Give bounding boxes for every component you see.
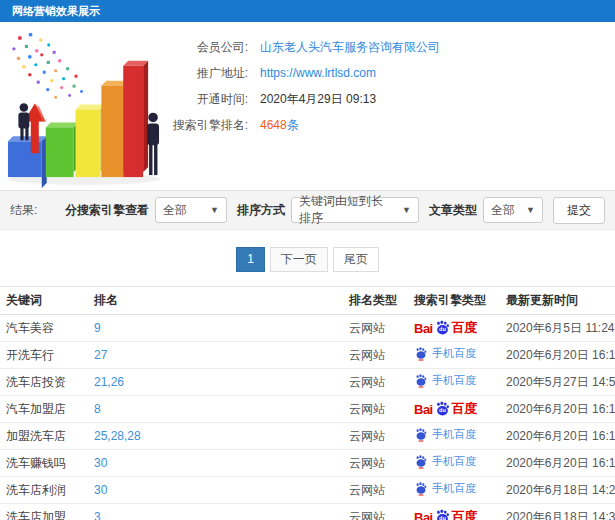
keyword-cell: 开洗车行 <box>0 347 88 364</box>
keyword-cell: 加盟洗车店 <box>0 428 88 445</box>
col-header-engine-type: 搜索引擎类型 <box>408 292 500 309</box>
rank-cell[interactable]: 30 <box>88 483 343 497</box>
updated-cell: 2020年6月20日 16:12 <box>500 401 615 418</box>
table-row: 洗车赚钱吗30云网站手机百度2020年6月20日 16:12 <box>0 450 615 477</box>
article-type-select[interactable]: 全部 ▼ <box>483 197 543 223</box>
engine-cell: Baidu百度 <box>408 400 500 418</box>
last-page-button[interactable]: 尾页 <box>333 247 379 272</box>
result-label: 结果: <box>10 202 37 219</box>
company-info-list: 会员公司:山东老人头汽车服务咨询有限公司推广地址:https://www.lrt… <box>160 34 610 138</box>
table-row: 加盟洗车店25,28,28云网站手机百度2020年6月20日 16:11 <box>0 423 615 450</box>
baidu-paw-icon <box>414 347 428 361</box>
member-company-value[interactable]: 山东老人头汽车服务咨询有限公司 <box>260 39 440 56</box>
baidu-paw-icon <box>414 374 428 388</box>
baidu-latin-text: Bai <box>414 402 433 417</box>
promo-url-label: 推广地址: <box>160 65 248 82</box>
filter-bar: 结果: 分搜索引擎查看 全部 ▼ 排序方式 关键词由短到长排序 ▼ 文章类型 全… <box>0 190 615 230</box>
mobile-baidu-logo: 手机百度 <box>414 454 476 469</box>
updated-cell: 2020年6月18日 14:30 <box>500 509 615 520</box>
baidu-paw-icon: du <box>434 509 451 520</box>
table-row: 汽车加盟店8云网站Baidu百度2020年6月20日 16:12 <box>0 396 615 423</box>
rank-cell[interactable]: 8 <box>88 402 343 416</box>
rank-type-cell: 云网站 <box>343 347 408 364</box>
open-time-label: 开通时间: <box>160 91 248 108</box>
mobile-baidu-text: 手机百度 <box>432 481 476 496</box>
rank-cell[interactable]: 25,28,28 <box>88 429 343 443</box>
businessman-right <box>147 113 159 175</box>
keyword-cell: 洗车店利润 <box>0 482 88 499</box>
engine-ranking-label: 搜索引擎排名: <box>160 117 248 134</box>
results-table: 关键词 排名 排名类型 搜索引擎类型 最新更新时间 汽车美容9云网站Baidu百… <box>0 286 615 520</box>
keyword-cell: 洗车店投资 <box>0 374 88 391</box>
baidu-cn-text: 百度 <box>452 319 477 337</box>
next-page-button[interactable]: 下一页 <box>270 247 328 272</box>
baidu-paw-icon <box>414 455 428 469</box>
col-header-keyword: 关键词 <box>0 292 88 309</box>
baidu-paw-icon: du <box>434 401 451 418</box>
sort-select[interactable]: 关键词由短到长排序 ▼ <box>291 197 419 223</box>
keyword-cell: 汽车加盟店 <box>0 401 88 418</box>
member-company-label: 会员公司: <box>160 39 248 56</box>
submit-button[interactable]: 提交 <box>553 197 605 224</box>
chevron-down-icon: ▼ <box>526 205 535 215</box>
table-row: 洗车店投资21,26云网站手机百度2020年5月27日 14:58 <box>0 369 615 396</box>
updated-cell: 2020年6月5日 11:24 <box>500 320 615 337</box>
baidu-paw-icon <box>414 482 428 496</box>
rank-cell[interactable]: 27 <box>88 348 343 362</box>
mobile-baidu-logo: 手机百度 <box>414 346 476 361</box>
rank-type-cell: 云网站 <box>343 428 408 445</box>
updated-cell: 2020年5月27日 14:58 <box>500 374 615 391</box>
company-info-row: 推广地址:https://www.lrtlsd.com <box>160 60 610 86</box>
engine-cell: 手机百度 <box>408 427 500 445</box>
baidu-cn-text: 百度 <box>452 508 477 520</box>
article-type-label: 文章类型 <box>429 202 477 219</box>
table-row: 洗车店加盟3云网站Baidu百度2020年6月18日 14:30 <box>0 504 615 520</box>
engine-filter-label: 分搜索引擎查看 <box>65 202 149 219</box>
rank-cell[interactable]: 21,26 <box>88 375 343 389</box>
mobile-baidu-text: 手机百度 <box>432 454 476 469</box>
baidu-logo: Baidu百度 <box>414 319 477 337</box>
mobile-baidu-logo: 手机百度 <box>414 373 476 388</box>
updated-cell: 2020年6月20日 16:11 <box>500 428 615 445</box>
rank-cell[interactable]: 3 <box>88 510 343 520</box>
keyword-cell: 洗车赚钱吗 <box>0 455 88 472</box>
company-info-row: 会员公司:山东老人头汽车服务咨询有限公司 <box>160 34 610 60</box>
rank-type-cell: 云网站 <box>343 401 408 418</box>
promo-url-value[interactable]: https://www.lrtlsd.com <box>260 66 376 80</box>
baidu-logo: Baidu百度 <box>414 400 477 418</box>
updated-cell: 2020年6月20日 16:16 <box>500 347 615 364</box>
page-button-current[interactable]: 1 <box>236 247 265 272</box>
col-header-rank: 排名 <box>88 292 343 309</box>
svg-text:du: du <box>439 326 446 332</box>
baidu-cn-text: 百度 <box>452 400 477 418</box>
table-row: 汽车美容9云网站Baidu百度2020年6月5日 11:24 <box>0 315 615 342</box>
rank-type-cell: 云网站 <box>343 320 408 337</box>
svg-text:du: du <box>439 407 446 413</box>
mobile-baidu-logo: 手机百度 <box>414 427 476 442</box>
rank-type-cell: 云网站 <box>343 374 408 391</box>
baidu-paw-icon <box>414 428 428 442</box>
chevron-down-icon: ▼ <box>402 205 411 215</box>
engine-cell: 手机百度 <box>408 346 500 364</box>
engine-filter-select[interactable]: 全部 ▼ <box>155 197 227 223</box>
rank-type-cell: 云网站 <box>343 455 408 472</box>
confetti-dots <box>12 33 83 99</box>
updated-cell: 2020年6月18日 14:27 <box>500 482 615 499</box>
sort-value: 关键词由短到长排序 <box>299 193 394 227</box>
table-row: 洗车店利润30云网站手机百度2020年6月18日 14:27 <box>0 477 615 504</box>
col-header-rank-type: 排名类型 <box>343 292 408 309</box>
rank-cell[interactable]: 30 <box>88 456 343 470</box>
pagination: 1 下一页 尾页 <box>0 246 615 272</box>
mobile-baidu-text: 手机百度 <box>432 373 476 388</box>
col-header-updated: 最新更新时间 <box>500 292 615 309</box>
mobile-baidu-text: 手机百度 <box>432 427 476 442</box>
company-info-row: 搜索引擎排名:4648条 <box>160 112 610 138</box>
rank-cell[interactable]: 9 <box>88 321 343 335</box>
ranking-count: 4648 <box>260 118 287 132</box>
page-title: 网络营销效果展示 <box>0 0 615 22</box>
mobile-baidu-text: 手机百度 <box>432 346 476 361</box>
chevron-down-icon: ▼ <box>210 205 219 215</box>
keyword-cell: 汽车美容 <box>0 320 88 337</box>
article-type-value: 全部 <box>491 202 515 219</box>
bar-chart-illustration <box>0 26 164 190</box>
